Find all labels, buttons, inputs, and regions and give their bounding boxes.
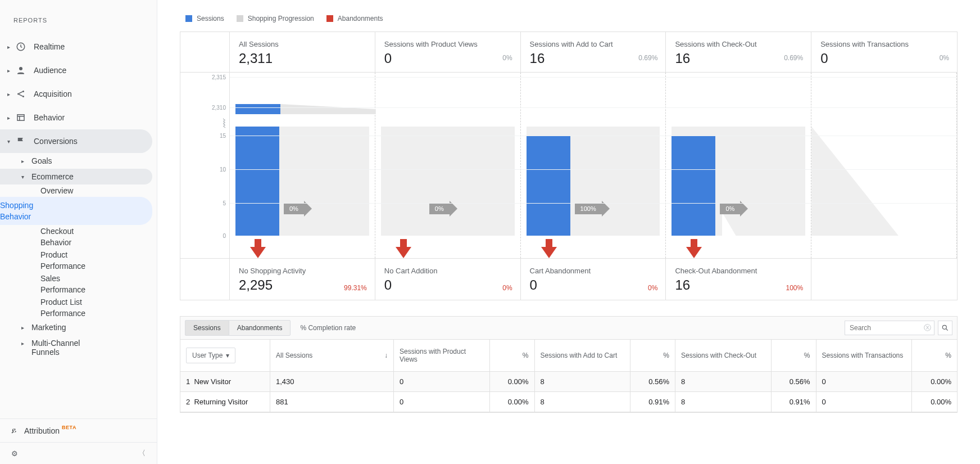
- chevron-right-icon: ▸: [21, 340, 28, 346]
- axis-tick: 0: [223, 233, 226, 239]
- th-transactions[interactable]: Sessions with Transactions: [816, 340, 913, 371]
- sidebar-item-behavior[interactable]: ▸ Behavior: [0, 106, 152, 129]
- sidebar-item-audience[interactable]: ▸ Audience: [0, 58, 152, 82]
- legend-sessions: Sessions: [185, 15, 224, 22]
- sidebar-sub-mcf[interactable]: ▸ Multi-Channel Funnels: [31, 335, 157, 360]
- clear-icon[interactable]: ⓧ: [924, 323, 931, 333]
- tab-sessions[interactable]: Sessions: [185, 320, 229, 336]
- legend-progression: Shopping Progression: [237, 15, 314, 22]
- gear-icon[interactable]: ⚙: [11, 449, 18, 458]
- th-add-to-cart[interactable]: Sessions with Add to Cart: [535, 340, 631, 371]
- beta-badge: BETA: [62, 425, 76, 430]
- funnel-foot-3[interactable]: Cart Abandonment 0 0%: [521, 258, 666, 300]
- chevron-right-icon: ▸: [4, 91, 12, 97]
- abandonment-arrow-icon: [541, 247, 557, 258]
- axis-break-icon: ⦚: [222, 118, 227, 129]
- funnel-foot-2[interactable]: No Cart Addition 0 0%: [375, 258, 521, 300]
- label: Multi-Channel Funnels: [31, 339, 99, 357]
- sidebar-sub-ecommerce[interactable]: ▾ Ecommerce: [31, 169, 152, 184]
- chevron-left-icon[interactable]: 〈: [138, 448, 146, 458]
- funnel-head-3[interactable]: Sessions with Add to Cart 16 0.69%: [521, 32, 666, 73]
- sidebar-sub-marketing[interactable]: ▸ Marketing: [31, 319, 157, 335]
- tab-abandonments[interactable]: Abandonments: [229, 320, 291, 336]
- leaf-checkout-behavior[interactable]: Checkout Behavior: [40, 225, 102, 249]
- chart-legend: Sessions Shopping Progression Abandonmen…: [180, 0, 958, 31]
- th-pct-2[interactable]: %: [630, 340, 675, 371]
- label: Conversions: [34, 137, 78, 146]
- funnel-col-2: 0%: [375, 73, 521, 258]
- funnel-foot-4[interactable]: Check-Out Abandonment 16 100%: [666, 258, 811, 300]
- label: Audience: [34, 66, 66, 75]
- label: Ecommerce: [31, 172, 74, 181]
- leaf-product-list-performance[interactable]: Product List Performance: [40, 296, 102, 319]
- sidebar-attribution[interactable]: ይ Attribution BETA: [0, 419, 157, 442]
- th-product-views[interactable]: Sessions with Product Views: [394, 340, 490, 371]
- search-input[interactable]: [845, 321, 934, 335]
- funnel-head-5[interactable]: Sessions with Transactions 0 0%: [811, 32, 957, 73]
- funnel-col-5: [811, 73, 957, 258]
- funnel-head-4[interactable]: Sessions with Check-Out 16 0.69%: [666, 32, 811, 73]
- attribution-icon: ይ: [11, 426, 16, 435]
- label: Realtime: [34, 42, 65, 51]
- svg-rect-5: [17, 115, 24, 121]
- label: Behavior: [34, 113, 65, 122]
- sort-down-icon: ↓: [384, 352, 388, 359]
- abandonment-arrow-icon: [250, 247, 266, 258]
- sidebar-item-acquisition[interactable]: ▸ Acquisition: [0, 82, 152, 106]
- funnel-col-3: 100%: [521, 73, 666, 258]
- th-pct-1[interactable]: %: [490, 340, 535, 371]
- flag-icon: [15, 135, 27, 147]
- funnel-head-2[interactable]: Sessions with Product Views 0 0%: [375, 32, 521, 73]
- funnel-head-1[interactable]: All Sessions 2,311: [230, 32, 375, 73]
- chevron-right-icon: ▸: [4, 67, 12, 74]
- funnel-foot-1[interactable]: No Shopping Activity 2,295 99.31%: [230, 258, 375, 300]
- layout-icon: [15, 111, 27, 124]
- chevron-right-icon: ▸: [4, 44, 12, 50]
- chevron-down-icon: ▾: [4, 138, 12, 145]
- search-button[interactable]: [938, 321, 952, 335]
- sidebar-sub-goals[interactable]: ▸ Goals: [31, 153, 157, 169]
- axis-tick: 5: [223, 200, 226, 206]
- person-icon: [15, 64, 27, 76]
- label: Attribution: [24, 426, 60, 435]
- leaf-overview[interactable]: Overview: [40, 184, 157, 197]
- main-content: Sessions Shopping Progression Abandonmen…: [157, 0, 980, 464]
- sidebar: REPORTS ▸ Realtime ▸ Audience ▸ Acquisit…: [0, 0, 157, 464]
- label: Goals: [31, 156, 52, 165]
- axis-tick: 10: [220, 166, 226, 173]
- axis-tick: 2,310: [212, 105, 226, 111]
- chevron-down-icon: ▾: [226, 352, 229, 359]
- chevron-down-icon: ▾: [21, 174, 28, 180]
- funnel-col-1: 0%: [230, 73, 375, 258]
- svg-point-1: [19, 67, 22, 70]
- table-row[interactable]: 1 New Visitor 1,430 0 0.00% 8 0.56% 8 0.…: [180, 372, 957, 392]
- reports-heading: REPORTS: [0, 11, 157, 35]
- axis-tick: 2,315: [212, 74, 226, 80]
- data-table: Sessions Abandonments % Completion rate …: [180, 316, 958, 413]
- chevron-right-icon: ▸: [21, 158, 28, 164]
- funnel-chart: All Sessions 2,311 Sessions with Product…: [180, 31, 958, 300]
- th-check-out[interactable]: Sessions with Check-Out: [675, 340, 772, 371]
- svg-point-6: [942, 325, 946, 329]
- funnel-col-4: 0%: [666, 73, 811, 258]
- axis-tick: 15: [220, 133, 226, 139]
- abandonment-arrow-icon: [686, 247, 702, 258]
- leaf-shopping-behavior[interactable]: Shopping Behavior: [0, 199, 62, 223]
- th-all-sessions[interactable]: All Sessions↓: [270, 340, 394, 371]
- th-user-type[interactable]: User Type▾: [180, 340, 270, 371]
- th-pct-3[interactable]: %: [772, 340, 816, 371]
- tab-completion-rate[interactable]: % Completion rate: [300, 324, 356, 332]
- chevron-right-icon: ▸: [4, 115, 12, 121]
- legend-abandonments: Abandonments: [326, 15, 383, 22]
- label: Acquisition: [34, 89, 72, 98]
- leaf-sales-performance[interactable]: Sales Performance: [40, 272, 102, 296]
- share-icon: [15, 88, 27, 100]
- chevron-right-icon: ▸: [21, 325, 28, 331]
- sidebar-item-realtime[interactable]: ▸ Realtime: [0, 35, 152, 58]
- clock-icon: [15, 40, 27, 53]
- table-row[interactable]: 2 Returning Visitor 881 0 0.00% 8 0.91% …: [180, 392, 957, 412]
- abandonment-arrow-icon: [396, 247, 411, 258]
- sidebar-item-conversions[interactable]: ▾ Conversions: [0, 129, 152, 153]
- leaf-product-performance[interactable]: Product Performance: [40, 249, 102, 272]
- th-pct-4[interactable]: %: [912, 340, 957, 371]
